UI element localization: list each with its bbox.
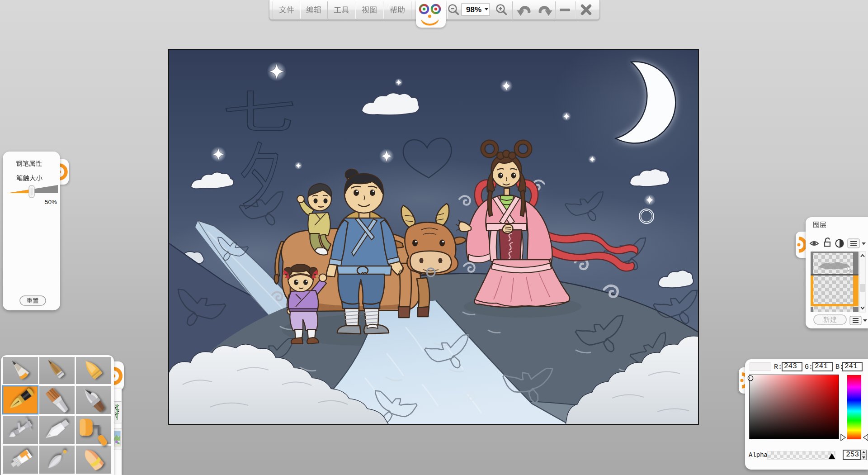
svg-text:98%: 98% <box>466 5 481 14</box>
svg-text:50%: 50% <box>45 199 57 205</box>
